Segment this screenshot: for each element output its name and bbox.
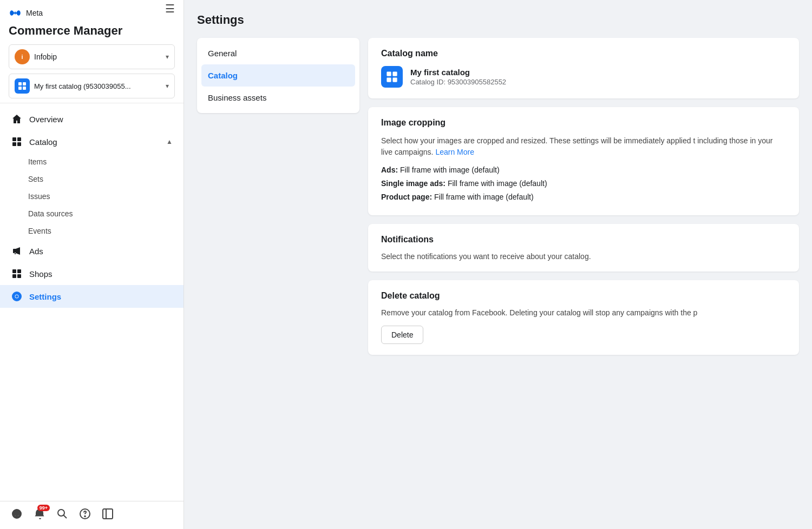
sidebar-item-settings[interactable]: Settings xyxy=(0,285,184,308)
sidebar-item-ads-label: Ads xyxy=(29,247,43,256)
catalog-blue-icon xyxy=(381,66,403,88)
notifications-icon[interactable]: 99+ xyxy=(34,508,45,523)
product-page-label: Product page: xyxy=(381,193,432,201)
megaphone-icon xyxy=(11,245,23,257)
meta-logo-icon xyxy=(9,9,22,17)
product-page-cropping-row: Product page: Fill frame with image (def… xyxy=(381,190,786,204)
delete-catalog-title: Delete catalog xyxy=(381,291,786,301)
single-image-value: Fill frame with image (default) xyxy=(448,179,547,188)
svg-line-13 xyxy=(64,515,67,519)
sidebar-subitem-data-sources[interactable]: Data sources xyxy=(0,205,184,222)
sidebar-subitem-sets[interactable]: Sets xyxy=(0,170,184,188)
ads-value: Fill frame with image (default) xyxy=(400,166,500,174)
svg-rect-21 xyxy=(392,77,397,82)
svg-rect-19 xyxy=(392,71,397,76)
catalog-name-row: My first catalog Catalog ID: 95300390558… xyxy=(381,66,786,88)
sidebar-subitem-issues[interactable]: Issues xyxy=(0,188,184,205)
sidebar-bottom: 99+ xyxy=(0,501,184,529)
notifications-title: Notifications xyxy=(381,235,786,244)
svg-rect-0 xyxy=(18,82,22,85)
main-content: Settings General Catalog Business assets… xyxy=(184,0,812,529)
image-cropping-card: Image cropping Select how your images ar… xyxy=(368,107,799,215)
svg-point-15 xyxy=(84,516,86,517)
image-cropping-title: Image cropping xyxy=(381,118,786,128)
panel-icon[interactable] xyxy=(102,508,114,523)
settings-layout: General Catalog Business assets Catalog … xyxy=(197,38,799,355)
single-image-label: Single image ads: xyxy=(381,179,446,188)
svg-rect-10 xyxy=(12,274,16,278)
catalog-name: My first catalog (9530039055... xyxy=(34,82,166,90)
sidebar-item-overview[interactable]: Overview xyxy=(0,108,184,130)
catalog-display-name: My first catalog xyxy=(410,68,506,77)
settings-nav-panel: General Catalog Business assets xyxy=(197,38,359,113)
sidebar-top: Meta ☰ Commerce Manager i Infobip ▾ xyxy=(0,0,184,103)
nav-section: Overview Catalog ▲ Items Sets Issues Dat… xyxy=(0,103,184,501)
catalog-grid-icon xyxy=(15,78,30,94)
sidebar-item-shops-label: Shops xyxy=(29,269,53,279)
app-title: Commerce Manager xyxy=(9,24,175,38)
svg-rect-4 xyxy=(12,137,16,141)
product-page-value: Fill frame with image (default) xyxy=(434,193,534,201)
settings-nav-general[interactable]: General xyxy=(197,42,359,64)
sidebar-item-shops[interactable]: Shops xyxy=(0,262,184,285)
svg-rect-16 xyxy=(103,509,113,519)
catalog-id: Catalog ID: 953003905582552 xyxy=(410,78,506,86)
home-icon xyxy=(11,113,23,125)
page-title: Settings xyxy=(197,13,799,27)
sidebar-subitem-items[interactable]: Items xyxy=(0,153,184,170)
svg-rect-18 xyxy=(387,71,391,76)
catalog-grid-icon-large xyxy=(386,71,398,83)
sidebar-item-ads[interactable]: Ads xyxy=(0,240,184,262)
svg-rect-2 xyxy=(18,87,22,90)
sidebar-item-overview-label: Overview xyxy=(29,115,63,124)
cropping-details: Ads: Fill frame with image (default) Sin… xyxy=(381,163,786,204)
settings-content: Catalog name My first catalog Catalog ID… xyxy=(368,38,799,355)
grid-catalog-icon xyxy=(11,136,23,148)
catalog-selector[interactable]: My first catalog (9530039055... ▾ xyxy=(9,74,175,98)
image-cropping-description: Select how your images are cropped and r… xyxy=(381,135,786,158)
delete-catalog-card: Delete catalog Remove your catalog from … xyxy=(368,280,799,355)
search-bottom-icon[interactable] xyxy=(56,508,68,523)
svg-rect-3 xyxy=(23,87,26,90)
ads-label: Ads: xyxy=(381,166,398,174)
notifications-card: Notifications Select the notifications y… xyxy=(368,224,799,272)
svg-rect-6 xyxy=(12,142,16,146)
learn-more-link[interactable]: Learn More xyxy=(435,148,474,156)
svg-point-12 xyxy=(58,510,64,516)
svg-rect-8 xyxy=(12,269,16,273)
ads-cropping-row: Ads: Fill frame with image (default) xyxy=(381,163,786,177)
settings-nav-catalog[interactable]: Catalog xyxy=(201,64,355,87)
gear-icon xyxy=(11,290,23,302)
catalog-info: My first catalog Catalog ID: 95300390558… xyxy=(410,68,506,86)
catalog-chevron-icon: ▾ xyxy=(166,82,169,90)
hamburger-button[interactable]: ☰ xyxy=(165,2,175,15)
svg-rect-9 xyxy=(17,269,21,273)
catalog-expand-icon: ▲ xyxy=(166,138,173,146)
delete-catalog-description: Remove your catalog from Facebook. Delet… xyxy=(381,308,786,317)
svg-rect-5 xyxy=(17,137,21,141)
account-selector[interactable]: i Infobip ▾ xyxy=(9,44,175,69)
sidebar: Meta ☰ Commerce Manager i Infobip ▾ xyxy=(0,0,184,529)
settings-bottom-icon[interactable] xyxy=(11,508,23,523)
catalog-name-card: Catalog name My first catalog Catalog ID… xyxy=(368,38,799,98)
settings-nav-business-assets[interactable]: Business assets xyxy=(197,87,359,109)
grid-icon xyxy=(18,82,27,90)
notification-badge: 99+ xyxy=(37,505,50,511)
help-icon[interactable] xyxy=(79,508,91,523)
meta-logo-text: Meta xyxy=(26,9,43,17)
sidebar-item-catalog[interactable]: Catalog ▲ xyxy=(0,130,184,153)
delete-catalog-button[interactable]: Delete xyxy=(381,326,423,344)
notifications-description: Select the notifications you want to rec… xyxy=(381,252,786,261)
catalog-name-card-title: Catalog name xyxy=(381,49,786,58)
svg-rect-20 xyxy=(387,77,391,82)
shop-icon xyxy=(11,268,23,280)
svg-rect-11 xyxy=(17,274,21,278)
sidebar-subitem-events[interactable]: Events xyxy=(0,222,184,240)
single-image-cropping-row: Single image ads: Fill frame with image … xyxy=(381,177,786,190)
account-icon: i xyxy=(15,49,30,64)
meta-logo: Meta xyxy=(9,9,43,17)
account-chevron-icon: ▾ xyxy=(166,53,169,61)
svg-rect-1 xyxy=(23,82,26,85)
account-name: Infobip xyxy=(34,52,166,61)
sidebar-item-catalog-label: Catalog xyxy=(29,137,57,147)
